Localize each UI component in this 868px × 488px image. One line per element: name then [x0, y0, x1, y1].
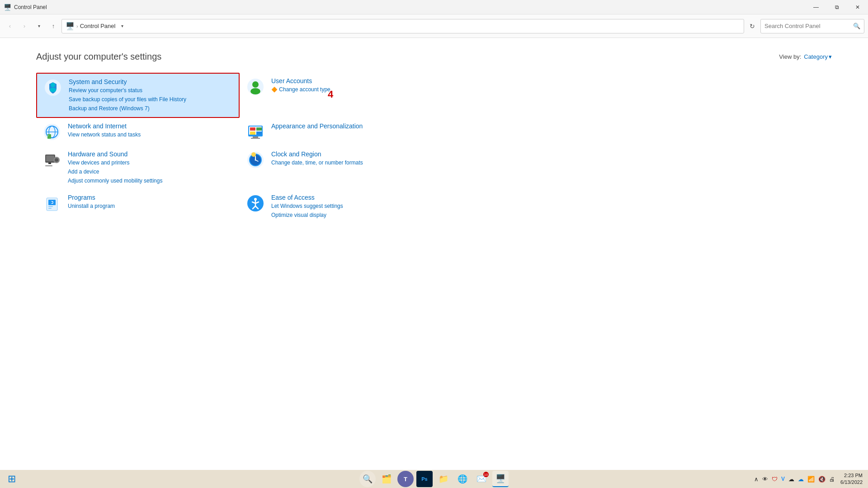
view-by-dropdown[interactable]: Category ▾ [804, 53, 832, 60]
svg-rect-16 [250, 131, 255, 135]
category-user-accounts[interactable]: User Accounts 🔶 Change account type [240, 73, 443, 118]
appearance-text: Appearance and Personalization [271, 122, 363, 130]
svg-point-31 [255, 160, 256, 161]
taskbar-file-explorer[interactable]: 🗂️ [378, 471, 395, 487]
taskbar-file-manager[interactable]: 📁 [435, 471, 452, 487]
ease-access-link-2[interactable]: Optimize visual display [271, 211, 343, 219]
close-button[interactable]: ✕ [847, 0, 868, 14]
system-security-text: System and Security Review your computer… [69, 78, 186, 113]
search-input[interactable] [764, 23, 850, 29]
view-by-value: Category [804, 53, 828, 60]
category-system-security[interactable]: System and Security Review your computer… [36, 73, 240, 118]
svg-rect-10 [47, 134, 51, 139]
clock-date: 6/13/2022 [840, 479, 863, 486]
hardware-sound-link-3[interactable]: Adjust commonly used mobility settings [68, 177, 162, 185]
category-appearance[interactable]: Appearance and Personalization [240, 118, 443, 146]
taskbar-control-panel[interactable]: 🖥️ [492, 471, 509, 487]
taskbar-center: 🔍 🗂️ T Ps 📁 🌐 ✉️ 10 🖥️ [359, 471, 509, 487]
refresh-button[interactable]: ↻ [746, 20, 759, 33]
tray-eye[interactable]: 👁 [761, 475, 769, 483]
view-by-label: View by: [779, 53, 801, 60]
annotation-4: 4 [328, 89, 333, 100]
system-security-icon [43, 78, 62, 97]
hardware-sound-title[interactable]: Hardware and Sound [68, 150, 162, 158]
recent-locations-button[interactable]: ▾ [33, 20, 45, 33]
tray-printer[interactable]: 🖨 [828, 475, 836, 483]
breadcrumb: 🖥️ › Control Panel [66, 22, 115, 30]
system-clock[interactable]: 2:23 PM 6/13/2022 [839, 472, 864, 486]
up-button[interactable]: ↑ [47, 20, 60, 33]
view-by-chevron-icon: ▾ [829, 53, 832, 60]
address-dropdown-button[interactable]: ▾ [118, 19, 126, 33]
back-button[interactable]: ‹ [4, 20, 16, 33]
programs-text: Programs Uninstall a program [68, 194, 115, 210]
network-internet-icon [42, 122, 61, 141]
hardware-sound-link-1[interactable]: View devices and printers [68, 159, 162, 167]
user-accounts-link-1[interactable]: 🔶 Change account type [271, 85, 330, 94]
svg-rect-11 [47, 136, 48, 136]
taskbar-photoshop[interactable]: Ps [416, 471, 433, 487]
user-accounts-text: User Accounts 🔶 Change account type [271, 77, 330, 94]
categories-grid: System and Security Review your computer… [36, 73, 443, 224]
restore-button[interactable]: ⧉ [826, 0, 847, 14]
svg-point-23 [55, 158, 58, 162]
search-box[interactable]: 🔍 [760, 19, 864, 33]
network-internet-link-1[interactable]: View network status and tasks [68, 131, 141, 139]
clock-region-title[interactable]: Clock and Region [271, 150, 363, 158]
user-accounts-icon [246, 77, 265, 96]
category-clock-region[interactable]: Clock and Region Change date, time, or n… [240, 146, 443, 189]
tray-wifi[interactable]: 📶 [807, 475, 816, 483]
tray-chevron[interactable]: ∧ [753, 475, 760, 483]
svg-rect-14 [250, 127, 255, 131]
category-network-internet[interactable]: Network and Internet View network status… [36, 118, 240, 146]
ease-access-link-1[interactable]: Let Windows suggest settings [271, 202, 343, 210]
minimize-button[interactable]: — [806, 0, 826, 14]
taskbar-teams[interactable]: T [397, 471, 414, 487]
clock-time: 2:23 PM [840, 472, 863, 479]
tray-antivirus[interactable]: 🛡 [771, 475, 778, 483]
taskbar-chrome[interactable]: 🌐 [454, 471, 471, 487]
svg-rect-17 [256, 131, 262, 135]
programs-title[interactable]: Programs [68, 194, 115, 201]
appearance-title[interactable]: Appearance and Personalization [271, 122, 363, 130]
tray-v[interactable]: V [780, 475, 786, 483]
svg-rect-21 [46, 155, 54, 161]
svg-point-4 [252, 81, 259, 88]
svg-rect-15 [256, 127, 262, 131]
ease-access-text: Ease of Access Let Windows suggest setti… [271, 194, 343, 219]
address-box[interactable]: 🖥️ › Control Panel ▾ [61, 19, 744, 33]
programs-link-1[interactable]: Uninstall a program [68, 202, 115, 210]
network-internet-text: Network and Internet View network status… [68, 122, 141, 139]
category-hardware-sound[interactable]: Hardware and Sound View devices and prin… [36, 146, 240, 189]
app-icon: 🖥️ [4, 4, 11, 11]
svg-rect-38 [48, 206, 53, 207]
breadcrumb-icon: 🖥️ [66, 22, 75, 30]
tray-cloud-2[interactable]: ☁ [797, 475, 805, 483]
svg-rect-25 [45, 165, 52, 166]
category-ease-access[interactable]: Ease of Access Let Windows suggest setti… [240, 189, 443, 224]
tray-volume[interactable]: 🔇 [817, 475, 826, 483]
taskbar-mail[interactable]: ✉️ 10 [473, 471, 490, 487]
network-internet-title[interactable]: Network and Internet [68, 122, 141, 130]
category-programs[interactable]: Programs Uninstall a program [36, 189, 240, 224]
forward-button[interactable]: › [18, 20, 31, 33]
tray-cloud-1[interactable]: ☁ [788, 475, 795, 483]
start-button[interactable]: ⊞ [4, 471, 20, 487]
programs-icon [42, 194, 61, 213]
hardware-sound-link-2[interactable]: Add a device [68, 168, 162, 176]
system-security-link-1[interactable]: Review your computer's status [69, 86, 186, 94]
svg-rect-24 [48, 163, 51, 164]
system-security-link-3[interactable]: Backup and Restore (Windows 7) [69, 104, 186, 113]
taskbar-search[interactable]: 🔍 [359, 471, 376, 487]
breadcrumb-path: Control Panel [80, 23, 116, 29]
system-security-link-2[interactable]: Save backup copies of your files with Fi… [69, 95, 186, 103]
user-accounts-title[interactable]: User Accounts [271, 77, 330, 84]
clock-region-link-1[interactable]: Change date, time, or number formats [271, 159, 363, 167]
window-title: Control Panel [14, 4, 47, 10]
ease-access-icon [246, 194, 265, 213]
hardware-sound-text: Hardware and Sound View devices and prin… [68, 150, 162, 185]
ease-access-title[interactable]: Ease of Access [271, 194, 343, 201]
system-security-title[interactable]: System and Security [69, 78, 186, 85]
title-bar: 🖥️ Control Panel — ⧉ ✕ [0, 0, 868, 14]
clock-region-icon [246, 150, 265, 169]
